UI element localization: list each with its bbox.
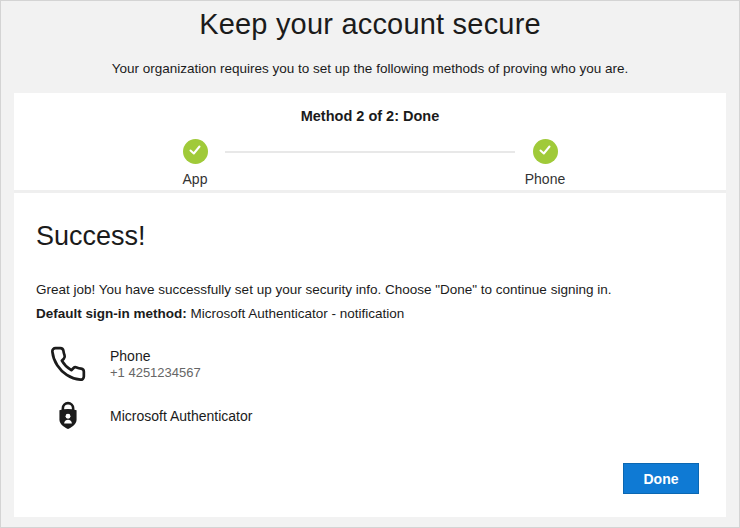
success-message: Great job! You have successfully set up … xyxy=(36,282,699,297)
method-phone-number: +1 4251234567 xyxy=(110,365,201,380)
check-icon xyxy=(538,143,552,161)
step-connector-line xyxy=(225,151,515,153)
method-list: Phone +1 4251234567 Microsoft Authentica… xyxy=(36,345,699,431)
check-icon xyxy=(188,143,202,161)
phone-icon xyxy=(46,345,90,383)
method-row-authenticator: Microsoft Authenticator xyxy=(46,401,699,431)
default-signin-method: Default sign-in method: Microsoft Authen… xyxy=(36,306,699,321)
step-app-circle xyxy=(183,139,208,164)
success-heading: Success! xyxy=(36,221,699,252)
step-app-label: App xyxy=(183,171,208,187)
page-subtitle: Your organization requires you to set up… xyxy=(1,61,739,76)
step-phone-circle xyxy=(533,139,558,164)
progress-card: Method 2 of 2: Done App Phone xyxy=(14,93,726,193)
method-authenticator-text: Microsoft Authenticator xyxy=(110,408,252,425)
success-card: Success! Great job! You have successfull… xyxy=(14,193,726,517)
authenticator-lock-icon xyxy=(46,401,90,431)
page-header: Keep your account secure Your organizati… xyxy=(1,1,739,76)
done-button[interactable]: Done xyxy=(623,463,699,494)
page-title: Keep your account secure xyxy=(1,8,739,41)
method-row-phone: Phone +1 4251234567 xyxy=(46,345,699,383)
default-method-label: Default sign-in method: xyxy=(36,306,187,321)
account-security-page: { "header": { "title": "Keep your accoun… xyxy=(0,0,740,528)
progress-status: Method 2 of 2: Done xyxy=(14,108,726,124)
method-authenticator-name: Microsoft Authenticator xyxy=(110,408,252,424)
progress-steps: App Phone xyxy=(14,139,726,187)
method-phone-text: Phone +1 4251234567 xyxy=(110,348,201,380)
step-phone: Phone xyxy=(515,139,575,187)
step-phone-label: Phone xyxy=(525,171,565,187)
step-app: App xyxy=(165,139,225,187)
method-phone-name: Phone xyxy=(110,348,201,364)
default-method-value: Microsoft Authenticator - notification xyxy=(187,306,405,321)
